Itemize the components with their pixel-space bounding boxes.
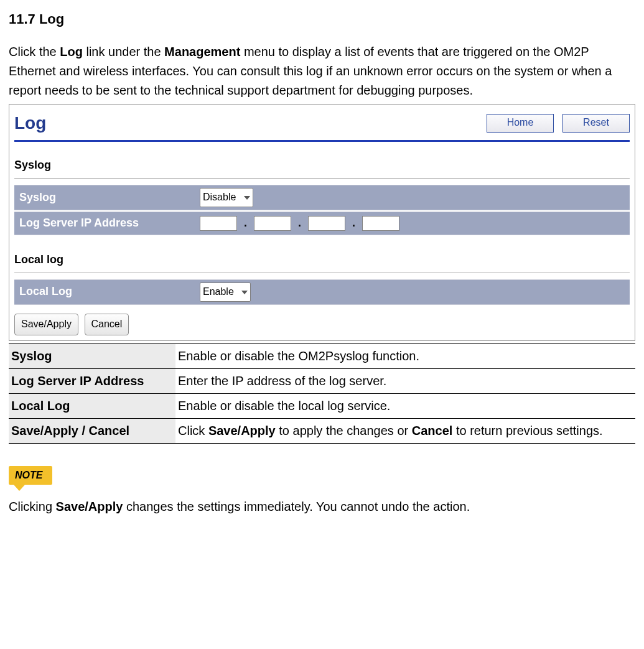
table-row: Save/Apply / Cancel Click Save/Apply to … [9,418,635,443]
chevron-down-icon [244,196,250,200]
divider [14,273,630,273]
ip-octet-4-input[interactable] [362,216,399,231]
desc-key-syslog: Syslog [9,343,175,368]
note-text-part: Clicking [9,500,56,513]
ip-dot: . [352,217,355,229]
desc-text: to return previous settings. [452,424,602,437]
section-heading: 11.7 Log [9,9,635,30]
syslog-row: Syslog Disable [14,185,630,210]
desc-val-save: Click Save/Apply to apply the changes or… [175,418,635,443]
log-server-ip-row: Log Server IP Address . . . [14,212,630,235]
desc-text: to apply the changes or [276,424,412,437]
divider [14,178,630,179]
log-server-ip-label: Log Server IP Address [19,215,200,232]
desc-bold: Cancel [412,424,453,437]
locallog-select-value: Enable [203,286,234,297]
panel-header: Log Home Reset [14,110,630,142]
table-row: Log Server IP Address Enter the IP addre… [9,368,635,393]
table-row: Local Log Enable or disable the local lo… [9,393,635,418]
note-arrow-icon [14,485,25,491]
note-text-part: changes the settings immediately. You ca… [123,500,470,513]
locallog-row-label: Local Log [19,283,200,301]
desc-key-locallog: Local Log [9,393,175,418]
cancel-button[interactable]: Cancel [85,314,129,335]
note-block: NOTE Clicking Save/Apply changes the set… [9,465,635,517]
note-text: Clicking Save/Apply changes the settings… [9,497,635,516]
description-table: Syslog Enable or disable the OM2Psyslog … [9,343,635,444]
intro-bold-log: Log [60,45,83,58]
home-button[interactable]: Home [487,114,554,133]
syslog-select[interactable]: Disable [200,188,253,207]
desc-key-save: Save/Apply / Cancel [9,418,175,443]
intro-bold-management: Management [164,45,240,58]
intro-text: Click the [9,45,60,58]
ip-dot: . [298,217,301,229]
desc-bold: Save/Apply [208,424,276,437]
syslog-section-label: Syslog [14,157,630,174]
syslog-select-value: Disable [203,192,236,202]
panel-title: Log [14,110,478,136]
desc-val-syslog: Enable or disable the OM2Psyslog functio… [175,343,635,368]
desc-val-locallog: Enable or disable the local log service. [175,393,635,418]
save-apply-button[interactable]: Save/Apply [14,314,78,335]
locallog-section-label: Local log [14,251,630,269]
intro-text: link under the [83,45,164,58]
ip-octet-2-input[interactable] [254,216,291,231]
locallog-select[interactable]: Enable [200,282,251,302]
screenshot-panel: Log Home Reset Syslog Syslog Disable Log… [9,104,635,340]
table-row: Syslog Enable or disable the OM2Psyslog … [9,343,635,368]
locallog-row: Local Log Enable [14,279,630,305]
desc-text: Click [178,424,208,437]
chevron-down-icon [241,291,248,294]
desc-key-ip: Log Server IP Address [9,368,175,393]
ip-dot: . [244,217,247,229]
note-bold: Save/Apply [56,500,123,513]
desc-val-ip: Enter the IP address of the log server. [175,368,635,393]
ip-octet-3-input[interactable] [308,216,345,231]
intro-paragraph: Click the Log link under the Management … [9,42,635,100]
ip-octet-1-input[interactable] [200,216,237,231]
reset-button[interactable]: Reset [562,114,630,133]
action-row: Save/Apply Cancel [14,314,630,335]
syslog-row-label: Syslog [19,189,200,207]
note-badge: NOTE [9,466,52,485]
